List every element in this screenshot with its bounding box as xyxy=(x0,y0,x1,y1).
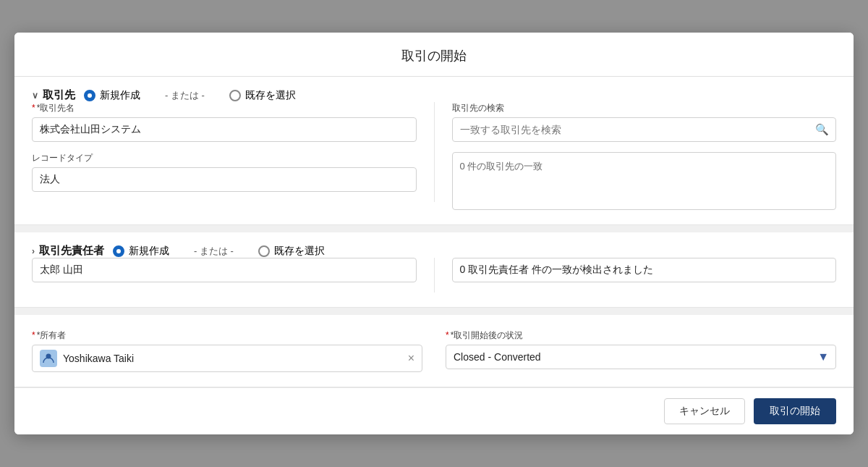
section-divider-2 xyxy=(14,308,854,315)
account-radio-group: 新規作成 - または - 既存を選択 xyxy=(84,89,296,102)
status-select-wrapper: Closed - Converted Closed - Not Converte… xyxy=(446,345,836,369)
status-label: **取引開始後の状況 xyxy=(446,329,836,342)
status-select[interactable]: Closed - Converted Closed - Not Converte… xyxy=(446,345,836,369)
account-section: ∨ 取引先 新規作成 - または - 既存を選択 xyxy=(14,77,854,225)
contact-match-input xyxy=(452,258,837,282)
contact-section-inner: › 取引先責任者 新規作成 - または - 既存を選択 xyxy=(14,232,854,307)
account-new-radio-dot xyxy=(84,90,95,101)
owner-required-star: * xyxy=(32,330,35,340)
contact-new-radio[interactable]: 新規作成 xyxy=(113,245,169,258)
modal-body: ∨ 取引先 新規作成 - または - 既存を選択 xyxy=(14,77,854,387)
owner-label: **所有者 xyxy=(32,329,422,342)
contact-section-header-row: › 取引先責任者 新規作成 - または - 既存を選択 xyxy=(32,244,836,258)
owner-status-section: **所有者 Yoshikawa Taiki × xyxy=(14,315,854,387)
modal-overlay: 取引の開始 ∨ 取引先 新規作成 xyxy=(0,0,868,467)
account-name-label: **取引先名 xyxy=(32,102,417,114)
contact-chevron-icon: › xyxy=(32,246,35,256)
owner-input-wrapper: Yoshikawa Taiki × xyxy=(32,345,422,372)
status-required-star: * xyxy=(446,330,449,340)
submit-button[interactable]: 取引の開始 xyxy=(754,398,836,424)
account-record-type-field-group: レコードタイプ xyxy=(32,152,417,192)
contact-match-field-group xyxy=(452,258,837,282)
contact-col-left xyxy=(32,258,435,293)
account-search-results: 0 件の取引先の一致 xyxy=(452,152,837,210)
owner-status-fields: **所有者 Yoshikawa Taiki × xyxy=(32,329,836,372)
account-search-input[interactable] xyxy=(452,117,837,142)
account-new-label: 新規作成 xyxy=(100,89,140,102)
contact-or-label: - または - xyxy=(194,245,234,258)
contact-name-field-group xyxy=(32,258,417,282)
account-section-inner: ∨ 取引先 新規作成 - または - 既存を選択 xyxy=(14,77,854,224)
account-existing-label: 既存を選択 xyxy=(245,89,296,102)
account-search-wrapper: 🔍 xyxy=(452,117,837,142)
owner-name-text: Yoshikawa Taiki xyxy=(63,353,402,364)
contact-radio-group: 新規作成 - または - 既存を選択 xyxy=(113,245,325,258)
account-chevron-icon: ∨ xyxy=(32,91,38,101)
contact-section-columns xyxy=(32,258,836,293)
contact-new-label: 新規作成 xyxy=(129,245,169,258)
owner-avatar xyxy=(40,350,57,367)
owner-field: **所有者 Yoshikawa Taiki × xyxy=(32,329,422,372)
contact-existing-label: 既存を選択 xyxy=(274,245,325,258)
account-section-columns: **取引先名 レコードタイプ 取引 xyxy=(32,102,836,210)
account-new-radio[interactable]: 新規作成 xyxy=(84,89,140,102)
status-field: **取引開始後の状況 Closed - Converted Closed - N… xyxy=(446,329,836,369)
account-record-type-label: レコードタイプ xyxy=(32,152,417,164)
account-name-input[interactable] xyxy=(32,117,417,142)
account-section-header-row: ∨ 取引先 新規作成 - または - 既存を選択 xyxy=(32,88,836,102)
account-search-label: 取引先の検索 xyxy=(452,102,837,114)
account-name-required-star: * xyxy=(32,103,35,113)
contact-existing-radio-dot xyxy=(258,245,270,257)
contact-section-toggle[interactable]: › 取引先責任者 xyxy=(32,244,104,258)
modal-header: 取引の開始 xyxy=(14,33,854,77)
contact-section: › 取引先責任者 新規作成 - または - 既存を選択 xyxy=(14,232,854,308)
account-section-toggle[interactable]: ∨ 取引先 xyxy=(32,88,75,102)
contact-section-label: 取引先責任者 xyxy=(39,244,104,258)
cancel-button[interactable]: キャンセル xyxy=(664,398,745,424)
contact-name-input[interactable] xyxy=(32,258,417,282)
account-name-field-group: **取引先名 xyxy=(32,102,417,142)
account-col-left: **取引先名 レコードタイプ xyxy=(32,102,435,202)
modal-footer: キャンセル 取引の開始 xyxy=(14,387,854,434)
account-col-right: 取引先の検索 🔍 0 件の取引先の一致 xyxy=(435,102,837,210)
account-or-label: - または - xyxy=(165,89,205,102)
section-divider-1 xyxy=(14,225,854,232)
modal-dialog: 取引の開始 ∨ 取引先 新規作成 xyxy=(14,33,854,434)
account-existing-radio-dot xyxy=(229,90,241,101)
contact-col-right xyxy=(435,258,837,293)
contact-existing-radio[interactable]: 既存を選択 xyxy=(258,245,325,258)
account-search-results-text: 0 件の取引先の一致 xyxy=(460,161,543,172)
owner-clear-button[interactable]: × xyxy=(408,353,414,364)
contact-new-radio-dot xyxy=(113,245,124,257)
account-section-label: 取引先 xyxy=(43,88,75,102)
modal-title: 取引の開始 xyxy=(401,49,467,63)
account-record-type-input[interactable] xyxy=(32,167,417,192)
account-existing-radio[interactable]: 既存を選択 xyxy=(229,89,296,102)
account-search-field-group: 取引先の検索 🔍 xyxy=(452,102,837,142)
search-icon: 🔍 xyxy=(815,123,829,136)
